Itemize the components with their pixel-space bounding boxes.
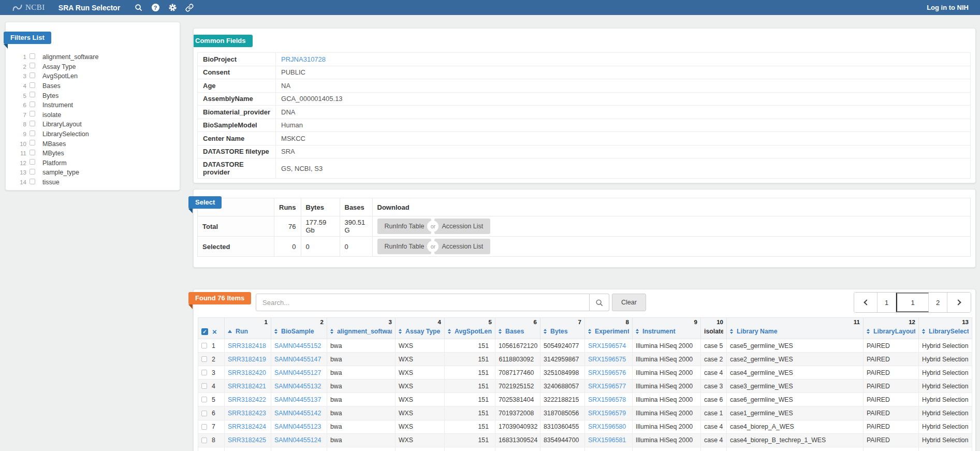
biosample-link[interactable]: SAMN04455123 (271, 420, 327, 433)
run-link[interactable]: SRR3182421 (225, 380, 271, 393)
filter-item-isolate[interactable]: 7isolate (17, 110, 180, 120)
row-checkbox[interactable] (201, 370, 207, 375)
row-checkbox[interactable] (201, 383, 207, 389)
filter-checkbox[interactable] (30, 72, 35, 78)
experiment-link[interactable]: SRX1596582 (585, 447, 633, 451)
column-header-alignment-software[interactable]: 3alignment_software (327, 318, 396, 339)
bioproject-link[interactable]: PRJNA310728 (281, 55, 326, 63)
column-header-libraryselection[interactable]: 13LibrarySelection (919, 318, 972, 339)
filter-item-libraryselection[interactable]: 9LibrarySelection (17, 129, 180, 139)
experiment-link[interactable]: SRX1596581 (585, 433, 633, 447)
filters-panel: Filters List 1alignment_software 2Assay … (5, 22, 180, 191)
filter-item-librarylayout[interactable]: 8LibraryLayout (17, 120, 180, 129)
selected-accession-list-button[interactable]: Accession List (434, 239, 490, 254)
run-link[interactable]: SRR3182425 (225, 433, 271, 447)
biosample-link[interactable]: SAMN04455132 (271, 380, 327, 393)
filter-checkbox[interactable] (30, 130, 35, 136)
run-link[interactable]: SRR3182426 (225, 447, 271, 451)
next-page-button[interactable] (947, 293, 971, 312)
current-page-input[interactable] (896, 293, 929, 312)
help-icon[interactable]: ? (151, 3, 160, 12)
row-checkbox[interactable] (201, 397, 207, 402)
run-link[interactable]: SRR3182424 (225, 420, 271, 433)
experiment-link[interactable]: SRX1596578 (585, 393, 633, 406)
run-link[interactable]: SRR3182422 (225, 393, 271, 406)
select-all-checkbox[interactable]: ✓ (201, 328, 208, 335)
filter-item-bytes[interactable]: 5Bytes (17, 91, 180, 100)
filter-item-sample-type[interactable]: 13sample_type (17, 168, 180, 178)
filter-checkbox[interactable] (30, 63, 35, 68)
filter-checkbox[interactable] (30, 169, 35, 174)
filter-item-mbases[interactable]: 10MBases (17, 139, 180, 149)
filter-item-alignment-software[interactable]: 1alignment_software (17, 52, 180, 62)
column-header-biosample[interactable]: 2BioSample (271, 318, 327, 339)
page-1-button[interactable]: 1 (877, 293, 896, 312)
row-checkbox[interactable] (201, 343, 207, 348)
experiment-link[interactable]: SRX1596574 (585, 339, 633, 353)
run-link[interactable]: SRR3182418 (225, 339, 271, 353)
filter-checkbox[interactable] (30, 121, 35, 126)
row-checkbox[interactable] (201, 356, 207, 362)
selected-runinfo-table-button[interactable]: RunInfo Table (377, 239, 432, 254)
total-runinfo-table-button[interactable]: RunInfo Table (377, 219, 432, 234)
run-link[interactable]: SRR3182423 (225, 406, 271, 420)
filter-item-mbytes[interactable]: 11MBytes (17, 149, 180, 158)
filter-checkbox[interactable] (30, 179, 35, 184)
column-header-instrument[interactable]: 9Instrument (633, 318, 701, 339)
filter-checkbox[interactable] (30, 101, 35, 107)
select-all-header: ✓ × (198, 318, 225, 339)
total-accession-list-button[interactable]: Accession List (434, 219, 490, 234)
column-header-bases[interactable]: 6Bases (495, 318, 540, 339)
column-header-assay-type[interactable]: 4Assay Type (396, 318, 445, 339)
biosample-link[interactable]: SAMN04455142 (271, 406, 327, 420)
column-header-library-name[interactable]: 11Library Name (727, 318, 864, 339)
pagination: 1 2 (854, 292, 971, 313)
filter-item-platform[interactable]: 12Platform (17, 158, 180, 168)
ncbi-brand[interactable]: NCBI (12, 3, 45, 12)
filter-checkbox[interactable] (30, 111, 35, 117)
filter-checkbox[interactable] (30, 53, 35, 59)
biosample-link[interactable]: SAMN04455147 (271, 353, 327, 366)
biosample-link[interactable]: SAMN04455127 (271, 366, 327, 380)
clear-button[interactable]: Clear (612, 294, 646, 311)
column-header-avgspotlen[interactable]: 5AvgSpotLen (445, 318, 495, 339)
biosample-link[interactable]: SAMN04455137 (271, 393, 327, 406)
row-checkbox[interactable] (201, 424, 207, 430)
filter-checkbox[interactable] (30, 92, 35, 97)
filter-item-assay-type[interactable]: 2Assay Type (17, 62, 180, 72)
column-header-experiment[interactable]: 8Experiment (585, 318, 633, 339)
row-checkbox[interactable] (201, 411, 207, 416)
filter-item-avgspotlen[interactable]: 3AvgSpotLen (17, 71, 180, 81)
prev-page-button[interactable] (854, 293, 877, 312)
column-header-bytes[interactable]: 7Bytes (540, 318, 585, 339)
row-checkbox[interactable] (201, 438, 207, 443)
search-button[interactable] (590, 294, 609, 311)
experiment-link[interactable]: SRX1596579 (585, 406, 633, 420)
search-input[interactable] (256, 294, 590, 311)
page-2-button[interactable]: 2 (929, 293, 947, 312)
filter-checkbox[interactable] (30, 150, 35, 155)
filter-checkbox[interactable] (30, 82, 35, 88)
top-navbar: NCBI SRA Run Selector ? Log in to NIH (0, 0, 980, 15)
link-icon[interactable] (185, 3, 194, 12)
filter-checkbox[interactable] (30, 159, 35, 165)
experiment-link[interactable]: SRX1596580 (585, 420, 633, 433)
biosample-link[interactable]: SAMN04455124 (271, 433, 327, 447)
column-header-librarylayout[interactable]: 12LibraryLayout (864, 318, 919, 339)
clear-selection-x-icon[interactable]: × (212, 328, 217, 335)
experiment-link[interactable]: SRX1596576 (585, 366, 633, 380)
experiment-link[interactable]: SRX1596577 (585, 380, 633, 393)
experiment-link[interactable]: SRX1596575 (585, 353, 633, 366)
column-header-run[interactable]: 1Run (225, 318, 271, 339)
filter-item-tissue[interactable]: 14tissue (17, 178, 180, 187)
filter-checkbox[interactable] (30, 140, 35, 146)
search-icon[interactable] (134, 3, 143, 12)
filter-item-bases[interactable]: 4Bases (17, 81, 180, 91)
gear-icon[interactable] (168, 3, 177, 12)
filter-item-instrument[interactable]: 6Instrument (17, 100, 180, 110)
run-link[interactable]: SRR3182419 (225, 353, 271, 366)
biosample-link[interactable]: SAMN04455152 (271, 339, 327, 353)
login-button[interactable]: Log in to NIH (927, 4, 969, 11)
biosample-link[interactable]: SAMN04455125 (271, 447, 327, 451)
run-link[interactable]: SRR3182420 (225, 366, 271, 380)
